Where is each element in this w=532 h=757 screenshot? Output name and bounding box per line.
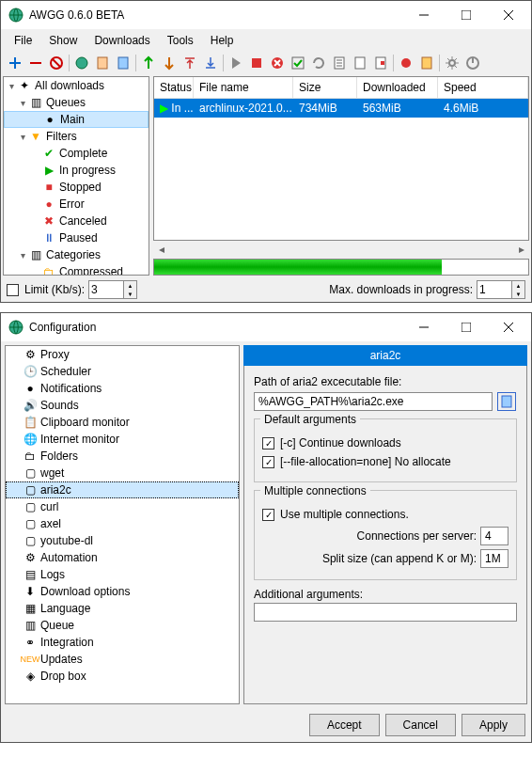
browse-button[interactable] [497, 392, 516, 411]
cfg-aria2c[interactable]: ▢aria2c [6, 481, 239, 498]
cfg-youtubedl[interactable]: ▢youtube-dl [6, 532, 239, 549]
import-icon[interactable] [114, 54, 133, 72]
col-status[interactable]: Status [154, 77, 194, 98]
max-spinner[interactable]: ▲▼ [512, 280, 525, 299]
minimize-button[interactable] [402, 2, 445, 28]
menu-tools[interactable]: Tools [160, 31, 201, 50]
up-icon[interactable] [139, 54, 158, 72]
tree-error[interactable]: Error [59, 197, 85, 211]
cfg-notifications[interactable]: ●Notifications [6, 380, 239, 397]
minus-icon[interactable] [26, 54, 45, 72]
clipboard-icon[interactable] [93, 54, 112, 72]
scroll-left-icon[interactable]: ◂ [153, 241, 169, 257]
globe-icon[interactable] [72, 54, 91, 72]
tree-compressed[interactable]: Compressed [59, 265, 123, 276]
noalloc-checkbox[interactable]: ✓ [262, 456, 274, 468]
cfg-logs[interactable]: ▤Logs [6, 566, 239, 583]
apply-button[interactable]: Apply [462, 714, 525, 736]
menu-downloads[interactable]: Downloads [86, 31, 157, 50]
cfg-clipboard[interactable]: 📋Clipboard monitor [6, 414, 239, 431]
usemulti-checkbox[interactable]: ✓ [262, 509, 274, 521]
cfg-integration[interactable]: ⚭Integration [6, 634, 239, 651]
config-tree[interactable]: ⚙Proxy 🕒Scheduler ●Notifications 🔊Sounds… [5, 345, 240, 704]
limit-checkbox[interactable] [7, 284, 19, 296]
bottom-icon[interactable] [201, 54, 220, 72]
maximize-button[interactable] [445, 2, 487, 28]
scroll-right-icon[interactable]: ▸ [513, 241, 529, 257]
default-args-group: Default arguments ✓[-c] Continue downloa… [254, 418, 517, 482]
cfg-automation[interactable]: ⚙Automation [6, 549, 239, 566]
gear-icon: ⚙ [23, 550, 38, 565]
cfg-language[interactable]: ▦Language [6, 600, 239, 617]
col-speed[interactable]: Speed [438, 77, 528, 98]
tree-filters[interactable]: Filters [46, 130, 77, 143]
col-name[interactable]: File name [194, 77, 293, 98]
cfg-scheduler[interactable]: 🕒Scheduler [6, 363, 239, 380]
log-icon[interactable] [371, 54, 390, 72]
tree-canceled[interactable]: Canceled [59, 214, 107, 228]
play-icon[interactable] [227, 54, 245, 72]
cfg-dropbox[interactable]: ◈Drop box [6, 668, 239, 685]
cancel-icon[interactable] [47, 54, 66, 72]
tree-categories[interactable]: Categories [46, 248, 101, 261]
app-icon [8, 8, 23, 23]
cfg-updates[interactable]: NEWUpdates [6, 651, 239, 668]
cfg-curl[interactable]: ▢curl [6, 498, 239, 515]
conn-input[interactable]: 4 [480, 527, 509, 545]
cfg-internet[interactable]: 🌐Internet monitor [6, 431, 239, 448]
limit-input[interactable]: 3 [88, 280, 124, 299]
tree-inprogress[interactable]: In progress [59, 164, 116, 177]
exit-icon[interactable] [463, 54, 482, 72]
tree-all[interactable]: All downloads [35, 79, 104, 92]
col-size[interactable]: Size [293, 77, 357, 98]
cfg-download-options[interactable]: ⬇Download options [6, 583, 239, 600]
cfg-queue[interactable]: ▥Queue [6, 617, 239, 634]
terminal-icon: ▢ [23, 465, 38, 481]
split-input[interactable]: 1M [480, 549, 509, 568]
close-button[interactable] [487, 2, 529, 28]
delete-icon[interactable] [268, 54, 287, 72]
menu-help[interactable]: Help [203, 31, 242, 50]
addargs-input[interactable] [254, 603, 517, 622]
cfg-folders[interactable]: 🗀Folders [6, 448, 239, 465]
down-icon[interactable] [160, 54, 179, 72]
gear-icon[interactable] [443, 54, 462, 72]
cfg-sounds[interactable]: 🔊Sounds [6, 397, 239, 414]
limit-spinner[interactable]: ▲▼ [124, 280, 137, 299]
h-scrollbar[interactable]: ◂ ▸ [153, 241, 529, 257]
maximize-button[interactable] [445, 314, 487, 340]
props-icon[interactable] [330, 54, 349, 72]
minimize-button[interactable] [402, 314, 445, 340]
bell-icon: ● [23, 381, 38, 396]
stop-icon[interactable] [247, 54, 266, 72]
downloads-table[interactable]: Status File name Size Downloaded Speed ▶… [153, 76, 529, 241]
tree-queues[interactable]: Queues [46, 96, 86, 109]
cfg-wget[interactable]: ▢wget [6, 465, 239, 481]
cfg-proxy[interactable]: ⚙Proxy [6, 346, 239, 363]
menu-file[interactable]: File [7, 31, 39, 50]
tree-main-queue[interactable]: Main [60, 113, 85, 126]
top-icon[interactable] [180, 54, 199, 72]
tree-complete[interactable]: Complete [59, 147, 107, 160]
tree-stopped[interactable]: Stopped [59, 181, 102, 194]
svg-rect-1 [462, 10, 471, 20]
menu-show[interactable]: Show [41, 31, 85, 50]
refresh-icon[interactable] [309, 54, 328, 72]
table-row[interactable]: ▶ In ... archlinux-2021.0... 734MiB 563M… [154, 99, 528, 118]
accept-button[interactable]: Accept [309, 714, 380, 736]
paste-icon[interactable] [417, 54, 436, 72]
close-button[interactable] [487, 314, 529, 340]
check-icon[interactable] [289, 54, 307, 72]
max-input[interactable]: 1 [477, 280, 512, 299]
new-icon: NEW [23, 652, 38, 667]
folder-icon[interactable] [351, 54, 369, 72]
path-input[interactable]: %AWGG_PATH%\aria2c.exe [254, 392, 493, 411]
cfg-axel[interactable]: ▢axel [6, 515, 239, 532]
tree-paused[interactable]: Paused [59, 231, 98, 244]
continue-checkbox[interactable]: ✓ [262, 437, 274, 449]
cancel-button[interactable]: Cancel [385, 714, 456, 736]
add-icon[interactable] [6, 54, 24, 72]
record-icon[interactable] [397, 54, 415, 72]
nav-tree[interactable]: ▾✦All downloads ▾▥Queues ●Main ▾▼Filters… [3, 76, 149, 276]
col-downloaded[interactable]: Downloaded [357, 77, 438, 98]
